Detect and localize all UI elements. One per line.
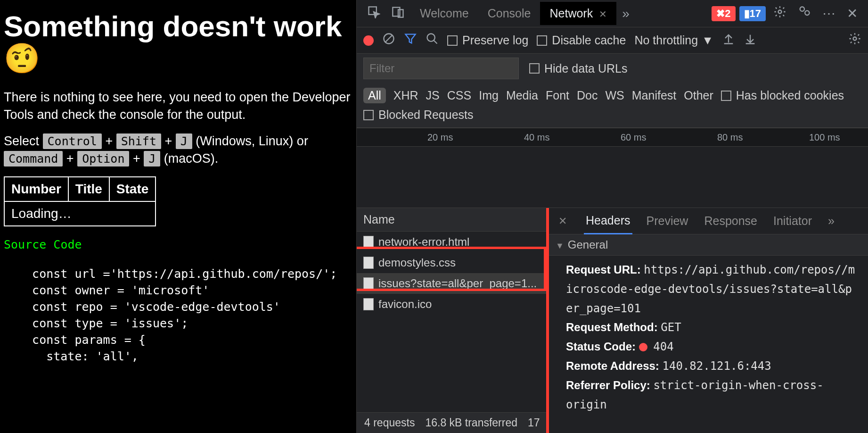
timeline-ruler[interactable]: 20 ms 40 ms 60 ms 80 ms 100 ms bbox=[357, 128, 868, 147]
status-transferred: 16.8 kB transferred bbox=[425, 416, 517, 429]
results-table: Number Title State Loading… bbox=[4, 176, 156, 226]
inspect-icon[interactable] bbox=[361, 5, 386, 22]
blocked-requests-checkbox[interactable]: Blocked Requests bbox=[363, 108, 474, 122]
request-name: issues?state=all&per_page=1... bbox=[378, 277, 537, 290]
throttling-select[interactable]: No throttling ▼ bbox=[634, 33, 713, 47]
section-general[interactable]: General bbox=[549, 234, 868, 256]
type-other[interactable]: Other bbox=[684, 89, 713, 102]
type-img[interactable]: Img bbox=[479, 89, 499, 102]
tab-network[interactable]: Network ✕ bbox=[540, 2, 616, 25]
details-tab-response[interactable]: Response bbox=[702, 208, 759, 233]
filter-icon[interactable] bbox=[404, 32, 417, 49]
network-settings-icon[interactable] bbox=[848, 32, 861, 49]
preserve-log-checkbox[interactable]: Preserve log bbox=[447, 33, 528, 47]
source-code-area: Source Code const url ='https://api.gith… bbox=[4, 237, 352, 365]
filter-row: Hide data URLs bbox=[357, 54, 868, 83]
type-doc[interactable]: Doc bbox=[577, 89, 598, 102]
remote-address-row: Remote Address: 140.82.121.6:443 bbox=[566, 357, 859, 376]
type-filter-row-2: Blocked Requests bbox=[357, 106, 868, 128]
request-name: network-error.html bbox=[378, 235, 469, 249]
document-icon bbox=[363, 298, 374, 310]
kbd-option: Option bbox=[77, 151, 129, 167]
settings-icon[interactable] bbox=[768, 5, 792, 22]
messages-badge[interactable]: ▮ 17 bbox=[739, 6, 766, 21]
tab-welcome[interactable]: Welcome bbox=[410, 2, 478, 25]
hide-data-urls-checkbox[interactable]: Hide data URLs bbox=[529, 62, 627, 75]
type-all[interactable]: All bbox=[363, 88, 386, 103]
request-url-row: Request URL: https://api.github.com/repo… bbox=[566, 260, 859, 318]
close-details-icon[interactable]: ✕ bbox=[554, 215, 572, 227]
details-tabs: ✕ Headers Preview Response Initiator » bbox=[549, 208, 868, 234]
request-name: demostyles.css bbox=[378, 256, 456, 269]
request-list: Name network-error.html demostyles.css i… bbox=[357, 208, 549, 433]
request-details: ✕ Headers Preview Response Initiator » G… bbox=[549, 208, 868, 433]
type-xhr[interactable]: XHR bbox=[393, 89, 418, 102]
error-badge[interactable]: ✖ 2 bbox=[712, 6, 735, 21]
request-row[interactable]: network-error.html bbox=[357, 232, 549, 252]
devtools-panel: Welcome Console Network ✕ » ✖ 2 ▮ 17 ⋯ ✕ bbox=[356, 0, 868, 433]
waterfall-area[interactable] bbox=[357, 147, 868, 208]
type-manifest[interactable]: Manifest bbox=[632, 89, 676, 102]
upload-har-icon[interactable] bbox=[722, 32, 735, 49]
document-icon bbox=[363, 236, 374, 248]
details-tab-initiator[interactable]: Initiator bbox=[771, 208, 814, 233]
headers-content: Request URL: https://api.github.com/repo… bbox=[549, 256, 868, 433]
status-code-value: 404 bbox=[653, 340, 673, 353]
filter-input[interactable] bbox=[363, 58, 519, 79]
kebab-menu-icon[interactable]: ⋯ bbox=[817, 6, 841, 21]
request-method-row: Request Method: GET bbox=[566, 318, 859, 337]
details-tab-preview[interactable]: Preview bbox=[645, 208, 690, 233]
th-number: Number bbox=[4, 177, 68, 201]
page-title: Something doesn't work 🤨 bbox=[4, 10, 352, 75]
status-error-icon bbox=[639, 343, 647, 351]
webpage-panel: Something doesn't work 🤨 There is nothin… bbox=[0, 0, 356, 433]
checkbox-icon bbox=[537, 35, 547, 46]
disable-cache-checkbox[interactable]: Disable cache bbox=[537, 33, 626, 47]
devtools-top-tabs: Welcome Console Network ✕ » ✖ 2 ▮ 17 ⋯ ✕ bbox=[357, 0, 868, 27]
request-row[interactable]: favicon.ico bbox=[357, 294, 549, 315]
kbd-j: J bbox=[176, 133, 192, 149]
th-title: Title bbox=[68, 177, 109, 201]
svg-point-5 bbox=[805, 11, 809, 15]
svg-point-3 bbox=[778, 10, 782, 14]
remote-address-value: 140.82.121.6:443 bbox=[663, 359, 771, 373]
record-icon[interactable] bbox=[363, 35, 374, 46]
close-devtools-icon[interactable]: ✕ bbox=[841, 6, 863, 21]
document-icon bbox=[363, 277, 374, 290]
device-toolbar-icon[interactable] bbox=[386, 5, 410, 22]
svg-point-7 bbox=[427, 34, 435, 42]
kbd-shift: Shift bbox=[116, 133, 161, 149]
network-body: Name network-error.html demostyles.css i… bbox=[357, 208, 868, 433]
kbd-command: Command bbox=[4, 151, 63, 167]
feedback-icon[interactable] bbox=[792, 5, 817, 22]
checkbox-icon bbox=[529, 63, 540, 74]
tab-console[interactable]: Console bbox=[478, 2, 540, 25]
checkbox-icon bbox=[447, 35, 458, 46]
type-media[interactable]: Media bbox=[506, 89, 538, 102]
type-css[interactable]: CSS bbox=[447, 89, 471, 102]
request-row-selected[interactable]: issues?state=all&per_page=1... bbox=[357, 273, 549, 294]
blocked-cookies-checkbox[interactable]: Has blocked cookies bbox=[721, 89, 844, 102]
more-details-tabs-icon[interactable]: » bbox=[826, 208, 836, 233]
type-ws[interactable]: WS bbox=[605, 89, 624, 102]
type-font[interactable]: Font bbox=[546, 89, 569, 102]
network-toolbar: Preserve log Disable cache No throttling… bbox=[357, 27, 868, 54]
clear-icon[interactable] bbox=[382, 32, 395, 49]
type-filter-row: All XHR JS CSS Img Media Font Doc WS Man… bbox=[357, 83, 868, 106]
referrer-policy-row: Referrer Policy: strict-origin-when-cros… bbox=[566, 376, 859, 415]
status-code-row: Status Code: 404 bbox=[566, 337, 859, 357]
request-list-header[interactable]: Name bbox=[357, 208, 549, 232]
loading-cell: Loading… bbox=[4, 201, 156, 226]
request-row[interactable]: demostyles.css bbox=[357, 252, 549, 273]
more-tabs-icon[interactable]: » bbox=[616, 6, 635, 21]
download-har-icon[interactable] bbox=[744, 32, 757, 49]
details-tab-headers[interactable]: Headers bbox=[584, 208, 632, 234]
page-paragraph: There is nothing to see here, you need t… bbox=[4, 89, 352, 123]
search-icon[interactable] bbox=[426, 32, 439, 49]
type-js[interactable]: JS bbox=[426, 89, 440, 102]
tab-close-icon[interactable]: ✕ bbox=[599, 9, 607, 19]
chevron-down-icon: ▼ bbox=[702, 33, 713, 47]
request-name: favicon.ico bbox=[378, 298, 432, 311]
status-bar: 4 requests 16.8 kB transferred 17 bbox=[357, 412, 549, 433]
th-state: State bbox=[109, 177, 156, 201]
